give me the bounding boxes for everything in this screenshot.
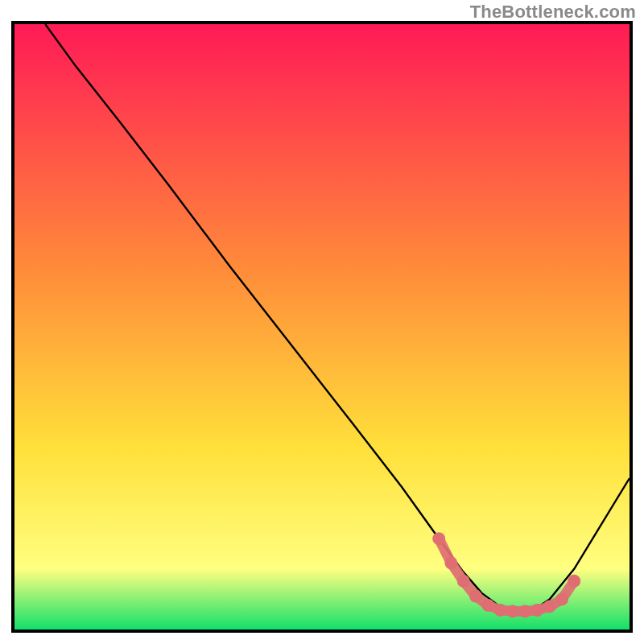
optimal-band-point xyxy=(530,604,543,617)
optimal-band-point xyxy=(469,590,482,603)
optimal-band-point xyxy=(432,532,445,545)
optimal-band-point xyxy=(444,556,457,569)
optimal-band-point xyxy=(506,605,519,617)
optimal-band xyxy=(432,532,580,617)
watermark: TheBottleneck.com xyxy=(470,2,636,23)
optimal-band-point xyxy=(518,605,531,617)
bottleneck-curve xyxy=(45,24,630,611)
optimal-band-point xyxy=(481,599,494,612)
chart-wrapper: TheBottleneck.com xyxy=(0,0,644,644)
optimal-band-point xyxy=(494,604,507,617)
optimal-band-point xyxy=(568,575,580,588)
optimal-band-point xyxy=(555,592,568,605)
optimal-band-point xyxy=(457,575,470,588)
plot-area xyxy=(11,21,633,633)
optimal-band-point xyxy=(543,600,556,613)
chart-lines xyxy=(14,24,630,630)
